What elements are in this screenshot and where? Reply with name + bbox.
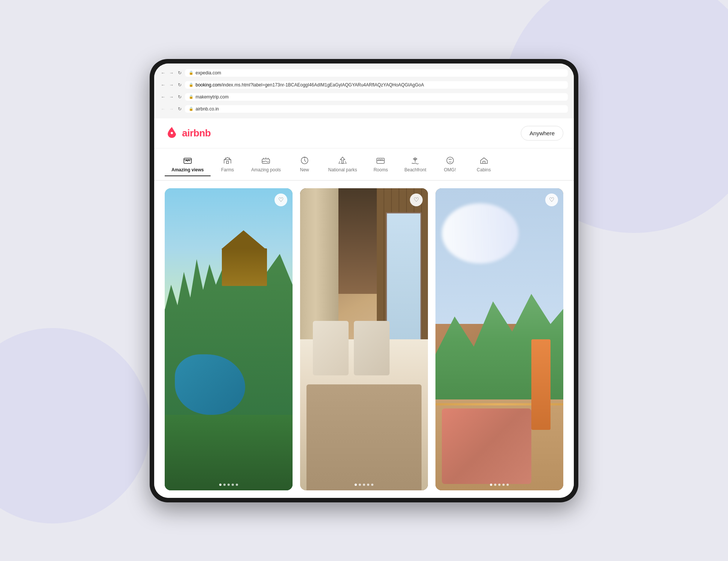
listing-card-2[interactable]: ♡ — [300, 188, 428, 490]
back-button-airbnb[interactable]: ← — [160, 106, 166, 112]
rooms-icon — [376, 156, 385, 165]
dot-2-1 — [355, 484, 357, 486]
dot-indicators-2 — [355, 484, 373, 486]
refresh-button-expedia[interactable]: ↻ — [177, 70, 183, 76]
anywhere-button[interactable]: Anywhere — [521, 126, 563, 141]
dot-indicators-3 — [490, 484, 509, 486]
category-label-amazing-pools: Amazing pools — [251, 167, 281, 172]
dot-3-4 — [502, 484, 505, 486]
airbnb-logo: airbnb — [165, 126, 211, 140]
amazing-pools-icon — [261, 156, 270, 165]
forward-button-makemytrip[interactable]: → — [168, 94, 174, 100]
lock-icon-expedia: 🔒 — [189, 71, 193, 75]
listing-image-1 — [165, 188, 293, 490]
lock-icon-airbnb: 🔒 — [189, 107, 193, 111]
address-bar-expedia[interactable]: 🔒 expedia.com — [185, 69, 568, 77]
dot-1-3 — [228, 484, 230, 486]
airbnb-page: airbnb Anywhere Amazing views — [154, 118, 574, 498]
back-button-expedia[interactable]: ← — [160, 70, 166, 76]
dot-1-5 — [236, 484, 238, 486]
listings-area: ♡ — [154, 181, 574, 498]
url-expedia: expedia.com — [196, 70, 221, 76]
svg-point-8 — [447, 157, 453, 164]
lock-icon-makemytrip: 🔒 — [189, 95, 193, 99]
dot-1-4 — [232, 484, 234, 486]
airbnb-logo-icon — [165, 126, 179, 140]
new-icon — [300, 156, 309, 165]
svg-rect-5 — [378, 159, 380, 160]
header-search-area: Anywhere — [521, 126, 563, 141]
category-item-national-parks[interactable]: National parks — [322, 153, 364, 176]
refresh-button-airbnb[interactable]: ↻ — [177, 106, 183, 112]
bg-circle-left — [0, 328, 150, 523]
dot-3-3 — [498, 484, 501, 486]
dot-2-5 — [371, 484, 373, 486]
dot-3-1 — [490, 484, 492, 486]
category-label-national-parks: National parks — [328, 167, 357, 172]
browser-chrome: ← → ↻ 🔒 expedia.com ← → ↻ 🔒 booking.com/… — [154, 64, 574, 118]
refresh-button-makemytrip[interactable]: ↻ — [177, 94, 183, 100]
category-label-beachfront: Beachfront — [404, 167, 426, 172]
address-bar-airbnb[interactable]: 🔒 airbnb.co.in — [185, 105, 568, 113]
category-label-omg: OMG! — [444, 167, 456, 172]
omg-icon — [446, 156, 455, 165]
category-nav: Amazing views Farms — [154, 148, 574, 181]
airbnb-header: airbnb Anywhere — [154, 118, 574, 148]
favorite-button-2[interactable]: ♡ — [410, 194, 423, 206]
farms-icon — [223, 156, 232, 165]
dot-1-1 — [219, 484, 221, 486]
forward-button-expedia[interactable]: → — [168, 70, 174, 76]
listing-card-3[interactable]: ♡ — [435, 188, 563, 490]
category-item-new[interactable]: New — [288, 153, 322, 176]
cabins-icon — [479, 156, 488, 165]
refresh-button-booking[interactable]: ↻ — [177, 82, 183, 88]
favorite-button-3[interactable]: ♡ — [545, 194, 558, 206]
back-button-makemytrip[interactable]: ← — [160, 94, 166, 100]
browser-tab-airbnb: ← → ↻ 🔒 airbnb.co.in — [160, 103, 568, 115]
address-bar-booking[interactable]: 🔒 booking.com/index.ms.html?label=gen173… — [185, 81, 568, 89]
back-button-booking[interactable]: ← — [160, 82, 166, 88]
address-bar-makemytrip[interactable]: 🔒 makemytrip.com — [185, 93, 568, 101]
dot-2-2 — [359, 484, 361, 486]
dot-1-2 — [223, 484, 226, 486]
category-label-rooms: Rooms — [373, 167, 388, 172]
svg-point-10 — [451, 159, 452, 160]
svg-rect-6 — [381, 159, 383, 160]
tablet-frame: ← → ↻ 🔒 expedia.com ← → ↻ 🔒 booking.com/… — [150, 59, 578, 502]
browser-tab-expedia: ← → ↻ 🔒 expedia.com — [160, 67, 568, 79]
category-label-new: New — [300, 167, 309, 172]
category-item-amazing-views[interactable]: Amazing views — [165, 153, 211, 176]
dot-2-4 — [367, 484, 369, 486]
category-item-rooms[interactable]: Rooms — [364, 153, 397, 176]
category-item-farms[interactable]: Farms — [211, 153, 244, 176]
url-airbnb: airbnb.co.in — [196, 106, 219, 112]
category-item-cabins[interactable]: Cabins — [467, 153, 501, 176]
dot-3-5 — [507, 484, 509, 486]
category-label-farms: Farms — [221, 167, 234, 172]
national-parks-icon — [338, 156, 347, 165]
category-item-beachfront[interactable]: Beachfront — [397, 153, 433, 176]
svg-rect-4 — [377, 158, 384, 163]
category-label-amazing-views: Amazing views — [171, 167, 204, 172]
dot-indicators-1 — [219, 484, 238, 486]
listing-card-1[interactable]: ♡ — [165, 188, 293, 490]
lock-icon-booking: 🔒 — [189, 83, 193, 87]
dot-3-2 — [494, 484, 496, 486]
airbnb-brand-name: airbnb — [182, 127, 211, 139]
url-makemytrip: makemytrip.com — [196, 94, 229, 100]
browser-tab-makemytrip: ← → ↻ 🔒 makemytrip.com — [160, 91, 568, 103]
forward-button-booking[interactable]: → — [168, 82, 174, 88]
tablet-inner: ← → ↻ 🔒 expedia.com ← → ↻ 🔒 booking.com/… — [154, 64, 574, 498]
listing-image-2 — [300, 188, 428, 490]
svg-point-9 — [449, 159, 449, 160]
category-item-omg[interactable]: OMG! — [433, 153, 467, 176]
browser-tab-booking: ← → ↻ 🔒 booking.com/index.ms.html?label=… — [160, 79, 568, 91]
favorite-button-1[interactable]: ♡ — [275, 194, 287, 206]
category-item-amazing-pools[interactable]: Amazing pools — [244, 153, 288, 176]
svg-rect-1 — [226, 161, 229, 163]
beachfront-icon — [411, 156, 420, 165]
amazing-views-icon — [183, 156, 192, 165]
listing-image-3 — [435, 188, 563, 490]
forward-button-airbnb[interactable]: → — [168, 106, 174, 112]
dot-2-3 — [363, 484, 365, 486]
